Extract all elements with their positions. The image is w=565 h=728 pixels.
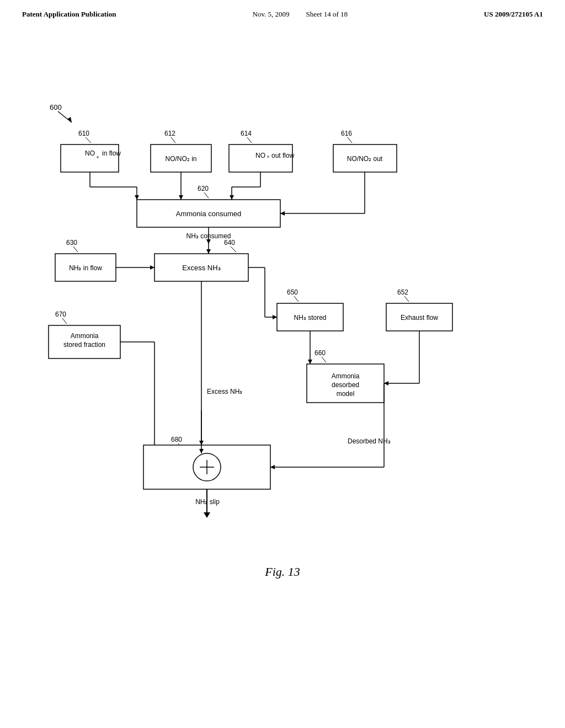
box-670-label2: stored fraction <box>63 341 105 349</box>
box-610-label2: in flow <box>102 149 121 157</box>
ref-652-arrow <box>404 296 409 302</box>
ref-616-num: 616 <box>341 130 352 137</box>
box-610-label1: NO <box>85 149 95 157</box>
ref-670-num: 670 <box>55 311 66 318</box>
ref-630-arrow <box>73 247 78 252</box>
ref-680-num: 680 <box>171 436 182 443</box>
header-center: Nov. 5, 2009 Sheet 14 of 18 <box>253 10 348 19</box>
publication-label: Patent Application Publication <box>22 10 116 19</box>
arrow-630-640-head <box>150 265 154 270</box>
arrow-nh3slip-head <box>204 512 210 518</box>
fig-label: Fig. 13 <box>264 565 300 579</box>
patent-number: US 2009/272105 A1 <box>484 10 543 19</box>
box-610 <box>61 144 119 172</box>
ref-616-arrow <box>348 137 352 143</box>
ref-610-arrow <box>86 137 91 143</box>
arrow-620-head <box>206 239 211 244</box>
box-612-label: NO/NO₂ in <box>165 155 196 163</box>
ref-650-num: 650 <box>287 288 298 296</box>
arrow-desorbed-head <box>270 465 275 469</box>
box-614-sub: x <box>267 154 269 159</box>
page-header: Patent Application Publication Nov. 5, 2… <box>0 0 565 24</box>
box-670-label1: Ammonia <box>71 332 99 340</box>
box-660-label3: model <box>337 390 355 398</box>
box-614-label2: out flow <box>271 152 295 159</box>
ref-620-num: 620 <box>198 185 209 192</box>
ref-630-num: 630 <box>66 239 77 247</box>
box-660-label1: Ammonia <box>332 372 360 380</box>
nh3-slip-label: NH₃ slip <box>195 498 220 506</box>
arrow-610-head <box>135 195 139 200</box>
ref-614-num: 614 <box>241 130 252 137</box>
arrow-exhaust-head <box>384 381 388 386</box>
sheet-info: Sheet 14 of 18 <box>306 10 348 19</box>
box-640-label: Excess NH₃ <box>182 264 220 272</box>
box-660-label2: desorbed <box>332 381 359 389</box>
arrow-616-head <box>280 211 285 216</box>
arrow-612-head <box>179 195 183 200</box>
ref-652-num: 652 <box>397 288 408 296</box>
box-650-label: NH₃ stored <box>294 314 326 322</box>
excess-nh3-mid-label: Excess NH₃ <box>207 388 242 395</box>
ref-620-arrow <box>204 192 209 198</box>
ref-612-arrow <box>171 137 175 143</box>
arrow-614-head <box>230 195 234 200</box>
diagram-svg: 600 610 NO x in flow 612 NO/NO₂ in 614 N… <box>0 24 565 686</box>
ref-660-arrow <box>322 357 326 362</box>
ref-612-num: 612 <box>164 130 175 137</box>
box-610-label-sub: x <box>97 154 99 159</box>
ref-614-arrow <box>247 137 252 143</box>
box-616-label: NO/NO₂ out <box>347 155 383 163</box>
diagram-area: 600 610 NO x in flow 612 NO/NO₂ in 614 N… <box>0 24 565 686</box>
ref-640-arrow <box>231 247 236 252</box>
arrow-nh3c-head <box>206 249 211 254</box>
ref-610-num: 610 <box>78 130 89 137</box>
box-620-label: Ammonia consumed <box>176 210 242 218</box>
arrow-nh3stored-head <box>308 360 312 364</box>
box-652-label: Exhaust flow <box>401 314 438 322</box>
ref-670-arrow <box>62 318 67 324</box>
box-614-label1: NO <box>255 152 265 159</box>
arrow-exc-nh3stored-head <box>273 315 277 319</box>
ref-650-arrow <box>294 296 299 302</box>
ref-660-num: 660 <box>315 349 326 357</box>
box-630-label: NH₃ in flow <box>69 264 102 272</box>
ref-600-label: 600 <box>50 103 62 111</box>
ref-640-num: 640 <box>224 239 235 247</box>
pub-date: Nov. 5, 2009 <box>253 10 290 19</box>
